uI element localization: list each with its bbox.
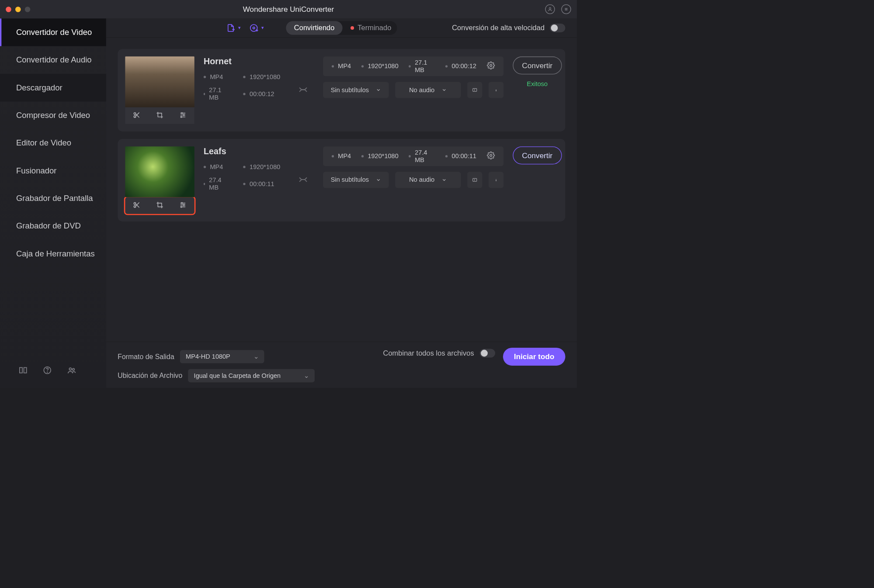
audio-select[interactable]: No audio — [395, 172, 461, 188]
input-resolution: 1920*1080 — [243, 73, 281, 81]
sidebar-item-label: Convertidor de Video — [16, 28, 92, 37]
trim-icon[interactable] — [133, 111, 140, 120]
merge-label: Combinar todos los archivos — [383, 349, 474, 357]
expand-icon-button[interactable] — [467, 172, 482, 188]
audio-value: No audio — [409, 176, 434, 183]
file-location-label: Ubicación de Archivo — [118, 372, 182, 380]
tab-label: Terminado — [357, 24, 391, 32]
community-icon[interactable] — [67, 366, 76, 376]
add-dvd-button[interactable]: ▾ — [249, 23, 264, 32]
output-options-row: Sin subtítulos No audio — [323, 172, 503, 188]
info-icon-button[interactable] — [489, 172, 503, 188]
crop-icon[interactable] — [156, 111, 163, 120]
settings-gear-icon[interactable] — [487, 152, 495, 161]
sidebar-item-dvd-burner[interactable]: Grabador de DVD — [0, 212, 106, 240]
output-format-value: MP4-HD 1080P — [186, 353, 230, 360]
thumbnail-column — [125, 56, 194, 124]
sidebar-bottom — [0, 353, 106, 388]
input-format: MP4 — [204, 73, 223, 81]
app-title: Wondershare UniConverter — [0, 5, 577, 14]
svg-point-22 — [183, 114, 184, 116]
file-info: Leafs MP4 1920*1080 27.4 MB 00:00:11 — [204, 146, 280, 191]
chevron-down-icon: ▾ — [238, 25, 240, 31]
info-icon-button[interactable] — [489, 82, 503, 98]
merge-toggle[interactable] — [480, 349, 496, 358]
output-resolution: 1920*1080 — [361, 152, 399, 160]
convert-button[interactable]: Convertir — [513, 146, 562, 164]
close-window-button[interactable] — [6, 7, 11, 12]
svg-point-23 — [180, 116, 182, 118]
subtitle-select[interactable]: Sin subtítulos — [323, 82, 388, 98]
settings-gear-icon[interactable] — [487, 62, 495, 71]
input-meta: MP4 1920*1080 27.1 MB 00:00:12 — [204, 73, 280, 102]
tab-label: Convirtiendo — [294, 24, 335, 32]
high-speed-toggle[interactable] — [550, 24, 565, 32]
chevron-down-icon — [376, 87, 381, 93]
sidebar-item-label: Editor de Video — [16, 138, 71, 148]
input-resolution: 1920*1080 — [243, 163, 281, 171]
video-thumbnail[interactable] — [125, 146, 194, 197]
chevron-down-icon: ⌄ — [253, 353, 259, 360]
output-format-select[interactable]: MP4-HD 1080P ⌄ — [180, 350, 264, 363]
svg-point-37 — [180, 206, 182, 208]
sidebar-item-downloader[interactable]: Descargador — [0, 74, 106, 101]
effects-icon[interactable] — [179, 201, 187, 210]
sidebar-item-label: Descargador — [16, 83, 62, 92]
input-duration: 00:00:11 — [243, 176, 281, 191]
svg-point-6 — [69, 368, 71, 370]
trim-icon[interactable] — [133, 201, 140, 210]
window-controls — [6, 7, 30, 12]
output-duration: 00:00:12 — [445, 62, 476, 70]
account-icon[interactable] — [545, 4, 555, 14]
high-speed-label: Conversión de alta velocidad — [452, 24, 545, 32]
video-thumbnail[interactable] — [125, 56, 194, 107]
file-info: Hornet MP4 1920*1080 27.1 MB 00:00:12 — [204, 56, 280, 101]
sidebar-item-screen-recorder[interactable]: Grabador de Pantalla — [0, 184, 106, 212]
menu-icon[interactable] — [561, 4, 571, 14]
notification-dot-icon — [350, 26, 354, 30]
file-list: Hornet MP4 1920*1080 27.1 MB 00:00:12 MP… — [106, 38, 577, 342]
minimize-window-button[interactable] — [15, 7, 21, 12]
help-icon[interactable] — [43, 366, 52, 376]
subtitle-value: Sin subtítulos — [331, 86, 369, 93]
subtitle-value: Sin subtítulos — [331, 176, 369, 183]
sidebar-item-video-compressor[interactable]: Compresor de Video — [0, 101, 106, 129]
output-format: MP4 — [332, 62, 351, 70]
tab-converting[interactable]: Convirtiendo — [286, 21, 343, 35]
subtitle-select[interactable]: Sin subtítulos — [323, 172, 388, 188]
guide-icon[interactable] — [18, 366, 28, 376]
status-segmented: Convirtiendo Terminado — [286, 21, 397, 35]
chevron-down-icon — [441, 177, 447, 183]
file-card: Leafs MP4 1920*1080 27.4 MB 00:00:11 MP4… — [118, 139, 565, 221]
file-location-select[interactable]: Igual que la Carpeta de Origen ⌄ — [188, 369, 315, 382]
crop-icon[interactable] — [156, 201, 163, 210]
convert-button[interactable]: Convertir — [513, 56, 562, 74]
sidebar-item-merger[interactable]: Fusionador — [0, 157, 106, 184]
svg-point-38 — [490, 154, 492, 156]
sidebar: Convertidor de Video Convertidor de Audi… — [0, 18, 106, 388]
tab-finished[interactable]: Terminado — [343, 24, 391, 32]
edit-toolstrip — [125, 107, 194, 124]
expand-icon-button[interactable] — [467, 82, 482, 98]
svg-point-24 — [490, 65, 492, 67]
output-duration: 00:00:11 — [445, 152, 476, 160]
output-block: MP4 1920*1080 27.1 MB 00:00:12 Sin subtí… — [323, 56, 503, 98]
start-all-button[interactable]: Iniciar todo — [503, 348, 565, 366]
sidebar-item-label: Convertidor de Audio — [16, 55, 92, 65]
sidebar-item-toolbox[interactable]: Caja de Herramientas — [0, 240, 106, 267]
sidebar-item-video-converter[interactable]: Convertidor de Video — [0, 18, 106, 46]
sidebar-item-audio-converter[interactable]: Convertidor de Audio — [0, 46, 106, 74]
effects-icon[interactable] — [179, 111, 187, 120]
input-format: MP4 — [204, 163, 223, 171]
audio-select[interactable]: No audio — [395, 82, 461, 98]
svg-point-36 — [183, 204, 184, 206]
input-size: 27.4 MB — [204, 176, 223, 191]
maximize-window-button[interactable] — [25, 7, 31, 12]
output-size: 27.1 MB — [409, 59, 435, 74]
sidebar-item-video-editor[interactable]: Editor de Video — [0, 129, 106, 157]
svg-point-0 — [549, 7, 551, 9]
titlebar: Wondershare UniConverter — [0, 0, 577, 18]
add-file-button[interactable]: ▾ — [226, 23, 240, 32]
high-speed-toggle-block: Conversión de alta velocidad — [452, 24, 565, 32]
sidebar-item-label: Grabador de Pantalla — [16, 194, 93, 203]
